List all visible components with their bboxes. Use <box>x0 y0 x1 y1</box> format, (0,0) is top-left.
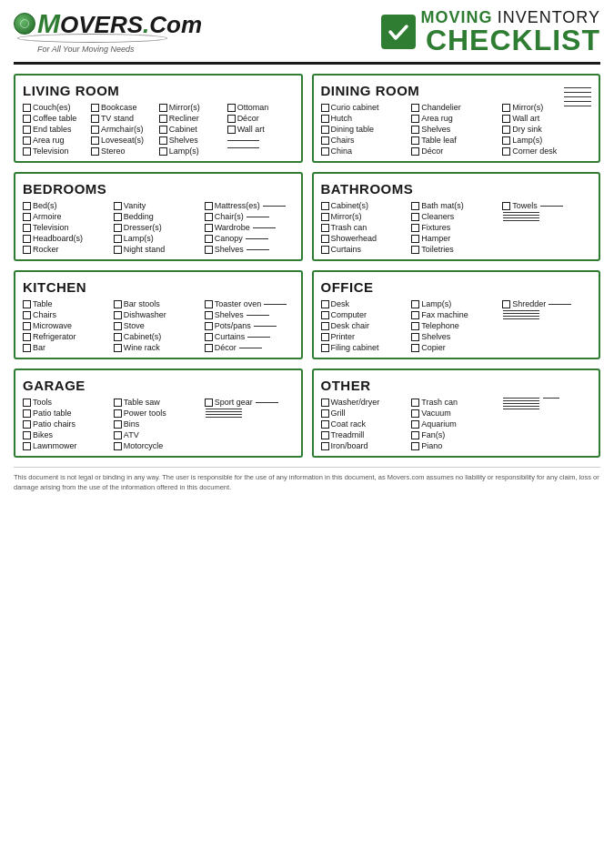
checkbox[interactable] <box>114 420 122 429</box>
checkbox[interactable] <box>23 344 31 352</box>
checkbox[interactable] <box>91 104 99 112</box>
checkbox[interactable] <box>321 126 329 134</box>
checkbox[interactable] <box>411 202 419 210</box>
checkbox[interactable] <box>321 246 329 254</box>
checkbox[interactable] <box>411 431 419 439</box>
checkbox[interactable] <box>502 147 510 156</box>
checkbox[interactable] <box>411 300 419 308</box>
checkbox[interactable] <box>411 322 419 330</box>
checkbox[interactable] <box>23 224 31 232</box>
checkbox[interactable] <box>227 104 236 112</box>
checkbox[interactable] <box>321 300 329 308</box>
checkbox[interactable] <box>411 104 419 112</box>
checkbox[interactable] <box>114 202 122 210</box>
checkbox[interactable] <box>411 147 419 156</box>
checkbox[interactable] <box>114 224 122 232</box>
checkbox[interactable] <box>114 442 122 450</box>
checkbox[interactable] <box>205 246 213 254</box>
checkbox[interactable] <box>23 442 31 450</box>
checkbox[interactable] <box>321 344 329 352</box>
checkbox[interactable] <box>205 322 213 330</box>
checkbox[interactable] <box>411 409 419 418</box>
checkbox[interactable] <box>205 224 213 232</box>
checkbox[interactable] <box>159 115 167 123</box>
checkbox[interactable] <box>23 213 31 221</box>
checkbox[interactable] <box>321 136 329 145</box>
checkbox[interactable] <box>502 104 510 112</box>
checkbox[interactable] <box>411 344 419 352</box>
checkbox[interactable] <box>205 344 213 352</box>
checkbox[interactable] <box>321 235 329 243</box>
checkbox[interactable] <box>114 311 122 319</box>
checkbox[interactable] <box>205 235 213 243</box>
checkbox[interactable] <box>205 213 213 221</box>
checkbox[interactable] <box>321 322 329 330</box>
checkbox[interactable] <box>23 104 31 112</box>
checkbox[interactable] <box>227 115 236 123</box>
checkbox[interactable] <box>114 333 122 341</box>
checkbox[interactable] <box>23 420 31 429</box>
checkbox[interactable] <box>411 311 419 319</box>
checkbox[interactable] <box>23 115 31 123</box>
checkbox[interactable] <box>23 311 31 319</box>
checkbox[interactable] <box>502 202 510 210</box>
checkbox[interactable] <box>114 344 122 352</box>
checkbox[interactable] <box>411 246 419 254</box>
checkbox[interactable] <box>411 420 419 429</box>
checkbox[interactable] <box>411 442 419 450</box>
checkbox[interactable] <box>321 420 329 429</box>
checkbox[interactable] <box>502 136 510 145</box>
checkbox[interactable] <box>23 333 31 341</box>
checkbox[interactable] <box>502 300 510 308</box>
checkbox[interactable] <box>91 147 99 156</box>
checkbox[interactable] <box>114 322 122 330</box>
checkbox[interactable] <box>114 399 122 407</box>
checkbox[interactable] <box>114 213 122 221</box>
checkbox[interactable] <box>411 399 419 407</box>
checkbox[interactable] <box>23 409 31 418</box>
checkbox[interactable] <box>23 399 31 407</box>
checkbox[interactable] <box>502 126 510 134</box>
checkbox[interactable] <box>114 246 122 254</box>
checkbox[interactable] <box>321 104 329 112</box>
checkbox[interactable] <box>321 311 329 319</box>
checkbox[interactable] <box>23 136 31 145</box>
checkbox[interactable] <box>91 136 99 145</box>
checkbox[interactable] <box>321 202 329 210</box>
checkbox[interactable] <box>205 300 213 308</box>
checkbox[interactable] <box>321 213 329 221</box>
checkbox[interactable] <box>227 126 236 134</box>
checkbox[interactable] <box>23 300 31 308</box>
checkbox[interactable] <box>411 235 419 243</box>
checkbox[interactable] <box>321 442 329 450</box>
checkbox[interactable] <box>23 235 31 243</box>
checkbox[interactable] <box>321 224 329 232</box>
checkbox[interactable] <box>321 431 329 439</box>
checkbox[interactable] <box>91 126 99 134</box>
checkbox[interactable] <box>411 333 419 341</box>
checkbox[interactable] <box>205 311 213 319</box>
checkbox[interactable] <box>114 235 122 243</box>
checkbox[interactable] <box>23 246 31 254</box>
checkbox[interactable] <box>321 409 329 418</box>
checkbox[interactable] <box>321 115 329 123</box>
checkbox[interactable] <box>23 147 31 156</box>
checkbox[interactable] <box>114 409 122 418</box>
checkbox[interactable] <box>159 104 167 112</box>
checkbox[interactable] <box>502 115 510 123</box>
checkbox[interactable] <box>23 126 31 134</box>
checkbox[interactable] <box>91 115 99 123</box>
checkbox[interactable] <box>411 136 419 145</box>
checkbox[interactable] <box>114 431 122 439</box>
checkbox[interactable] <box>159 147 167 156</box>
checkbox[interactable] <box>23 322 31 330</box>
checkbox[interactable] <box>205 333 213 341</box>
checkbox[interactable] <box>411 213 419 221</box>
checkbox[interactable] <box>159 126 167 134</box>
checkbox[interactable] <box>205 399 213 407</box>
checkbox[interactable] <box>23 431 31 439</box>
checkbox[interactable] <box>205 202 213 210</box>
checkbox[interactable] <box>321 333 329 341</box>
checkbox[interactable] <box>411 115 419 123</box>
checkbox[interactable] <box>23 202 31 210</box>
